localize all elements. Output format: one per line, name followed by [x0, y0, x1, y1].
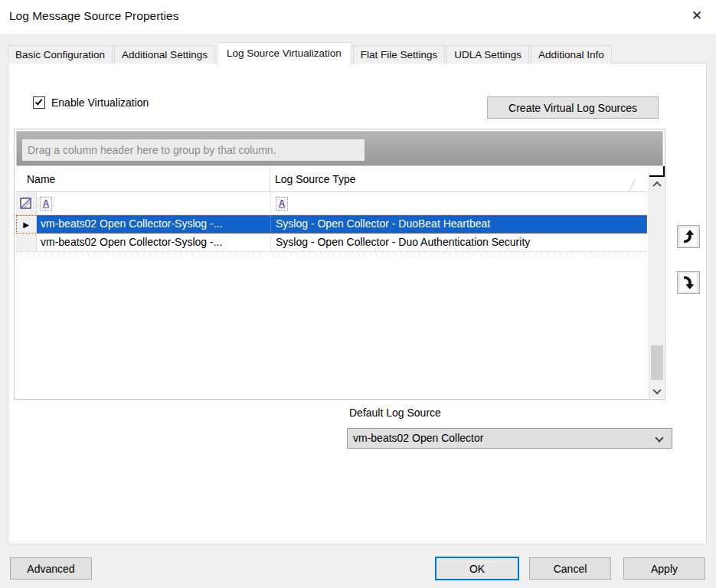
tab-flat-file-settings[interactable]: Flat File Settings	[353, 45, 446, 64]
create-virtual-log-sources-button[interactable]: Create Virtual Log Sources	[487, 96, 659, 119]
cell-log-source-type[interactable]: Syslog - Open Collector - DuoBeat Heartb…	[270, 215, 647, 234]
apply-button[interactable]: Apply	[623, 557, 705, 580]
scroll-up-button[interactable]	[649, 178, 665, 191]
tab-additional-settings[interactable]: Additional Settings	[114, 45, 215, 64]
table-row[interactable]: vm-beats02 Open Collector-Syslog -... Sy…	[16, 234, 647, 252]
tab-log-source-virtualization[interactable]: Log Source Virtualization	[217, 42, 351, 64]
grid-header-row: Name Log Source Type ╱	[16, 168, 647, 192]
vertical-scrollbar[interactable]	[649, 168, 664, 398]
default-log-source-dropdown[interactable]: vm-beats02 Open Collector	[347, 428, 672, 449]
scroll-down-button[interactable]	[649, 384, 665, 398]
default-log-source-value: vm-beats02 Open Collector	[353, 432, 483, 444]
enable-virtualization-checkbox[interactable]	[33, 96, 45, 109]
grid-filter-row: A A	[16, 192, 647, 215]
filter-cell-name[interactable]: A	[37, 197, 270, 211]
edit-filter-icon	[19, 197, 33, 211]
filter-cell-log-source-type[interactable]: A	[270, 192, 647, 214]
virtual-log-sources-grid: Drag a column header here to group by th…	[14, 129, 665, 400]
cell-name[interactable]: vm-beats02 Open Collector-Syslog -...	[37, 215, 270, 234]
checkmark-icon	[35, 97, 43, 105]
tab-page-log-source-virtualization: Enable Virtualization Create Virtual Log…	[8, 63, 707, 544]
enable-virtualization-row: Enable Virtualization	[33, 96, 149, 109]
enable-virtualization-label: Enable Virtualization	[51, 96, 149, 109]
scrollbar-top-annex	[649, 166, 665, 177]
group-by-hint: Drag a column header here to group by th…	[22, 139, 365, 161]
title-bar: Log Message Source Properties ✕	[0, 0, 716, 34]
close-icon[interactable]: ✕	[687, 6, 707, 26]
tab-basic-configuration[interactable]: Basic Configuration	[8, 45, 113, 64]
move-down-icon	[680, 273, 697, 292]
row-indicator	[16, 234, 37, 251]
move-down-button[interactable]	[677, 271, 700, 294]
window-title: Log Message Source Properties	[9, 9, 178, 23]
cell-log-source-type[interactable]: Syslog - Open Collector - Duo Authentica…	[270, 234, 647, 251]
chevron-down-icon	[652, 386, 661, 394]
row-indicator-arrow-icon: ▶	[16, 215, 37, 234]
group-by-panel[interactable]: Drag a column header here to group by th…	[16, 131, 663, 166]
cell-name[interactable]: vm-beats02 Open Collector-Syslog -...	[37, 234, 270, 251]
table-row[interactable]: ▶ vm-beats02 Open Collector-Syslog -... …	[16, 215, 647, 234]
tab-strip: Basic Configuration Additional Settings …	[8, 41, 613, 64]
column-header-log-source-type-label: Log Source Type	[275, 173, 356, 185]
tab-additional-info[interactable]: Additional Info	[531, 45, 612, 64]
tab-udla-settings[interactable]: UDLA Settings	[446, 45, 529, 64]
ok-button[interactable]: OK	[435, 557, 519, 580]
column-header-name[interactable]: Name	[16, 168, 270, 191]
filter-edit-cell[interactable]	[16, 192, 37, 214]
text-filter-icon: A	[40, 197, 52, 211]
scrollbar-thumb[interactable]	[651, 345, 663, 380]
cancel-button[interactable]: Cancel	[529, 557, 611, 580]
default-log-source-label: Default Log Source	[349, 407, 441, 419]
move-up-button[interactable]	[677, 225, 700, 248]
column-header-log-source-type[interactable]: Log Source Type ╱	[270, 168, 647, 191]
move-up-icon	[680, 227, 697, 246]
chevron-down-icon	[655, 433, 663, 442]
advanced-button[interactable]: Advanced	[10, 557, 92, 580]
text-filter-icon: A	[276, 197, 288, 211]
chevron-up-icon	[652, 181, 661, 190]
